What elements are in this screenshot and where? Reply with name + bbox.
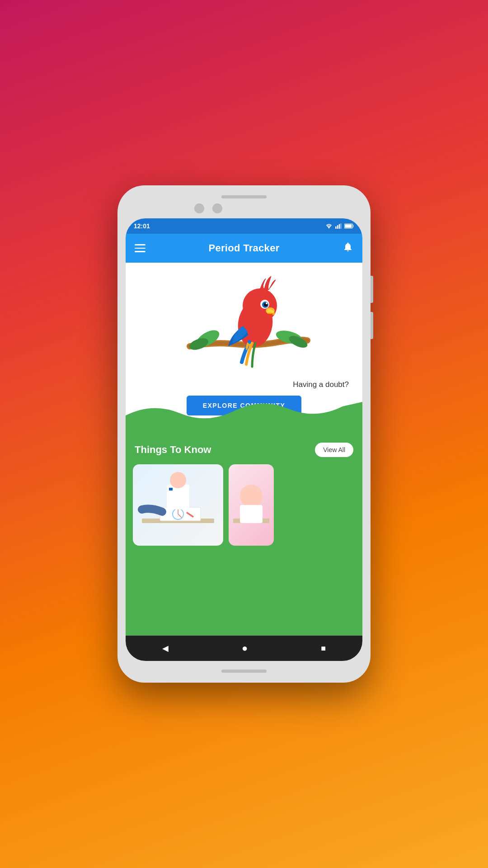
svg-point-0	[328, 227, 329, 228]
svg-rect-2	[337, 225, 338, 229]
camera-left	[194, 203, 204, 213]
notification-bell-icon[interactable]	[343, 241, 353, 255]
status-icons	[325, 223, 354, 229]
svg-point-22	[170, 472, 186, 488]
svg-point-16	[266, 302, 267, 304]
phone-screen: 12:01	[126, 218, 362, 661]
side-button-mid	[371, 312, 373, 339]
main-content: Having a doubt? EXPLORE COMMUNITY Things…	[126, 263, 362, 661]
battery-icon	[344, 223, 354, 229]
svg-point-17	[266, 307, 275, 314]
article-card-2[interactable]	[229, 464, 274, 546]
svg-rect-1	[335, 226, 337, 229]
svg-rect-26	[240, 505, 263, 523]
recents-button[interactable]: ■	[321, 644, 326, 653]
nav-bar: ◀ ● ■	[126, 636, 362, 661]
wifi-icon	[325, 223, 333, 229]
svg-point-12	[243, 288, 277, 323]
app-title: Period Tracker	[208, 242, 279, 254]
things-to-know-title: Things To Know	[135, 444, 211, 456]
view-all-button[interactable]: View All	[315, 443, 353, 457]
svg-rect-6	[345, 225, 352, 228]
parrot-svg	[176, 272, 312, 380]
wave-divider	[126, 397, 362, 434]
hamburger-menu-button[interactable]	[135, 244, 145, 252]
doctor-illustration	[133, 464, 223, 546]
svg-rect-3	[339, 224, 340, 229]
phone-device: 12:01	[117, 185, 371, 683]
green-section: Things To Know View All	[126, 425, 362, 636]
svg-rect-4	[340, 223, 342, 229]
status-bar: 12:01	[126, 218, 362, 234]
svg-point-25	[240, 485, 263, 507]
things-to-know-header: Things To Know View All	[126, 434, 362, 464]
camera-right	[212, 203, 222, 213]
article-card-1[interactable]	[133, 464, 223, 546]
signal-icon	[335, 223, 342, 229]
side-button-top	[371, 276, 373, 303]
back-button[interactable]: ◀	[162, 643, 169, 653]
parrot-illustration	[176, 272, 312, 380]
status-time: 12:01	[134, 222, 150, 230]
doubt-text: Having a doubt?	[135, 380, 353, 389]
card2-illustration	[229, 464, 274, 546]
home-button[interactable]: ●	[242, 642, 248, 654]
svg-rect-23	[169, 488, 173, 491]
app-bar: Period Tracker	[126, 234, 362, 263]
cards-row	[126, 464, 362, 546]
